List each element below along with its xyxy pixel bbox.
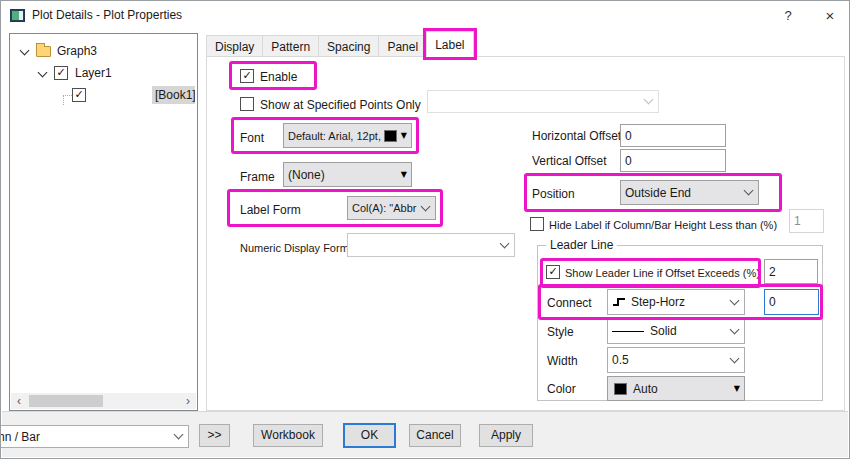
check-icon: ✓ [242, 70, 251, 81]
chevron-down-icon [730, 295, 740, 305]
leader-line-group: Leader Line ✓ Show Leader Line if Offset… [537, 245, 823, 401]
tab-display[interactable]: Display [206, 35, 263, 57]
dropdown-arrow-icon: ▼ [401, 131, 407, 140]
hide-label-checkbox[interactable] [530, 217, 544, 231]
color-value: Auto [633, 382, 730, 396]
style-value: Solid [650, 324, 727, 338]
show-leader-checkbox[interactable]: ✓ [546, 265, 560, 279]
chevron-down-icon [500, 238, 510, 248]
show-points-label: Show at Specified Points Only [260, 98, 421, 112]
close-icon[interactable]: × [819, 5, 841, 27]
tab-panel[interactable]: Panel [378, 35, 427, 57]
leader-offset-input[interactable] [764, 259, 818, 284]
style-dropdown[interactable]: Solid [607, 318, 745, 344]
help-button[interactable]: ? [777, 5, 799, 27]
dropdown-arrow-icon: ▼ [401, 170, 407, 179]
horizontal-offset-input[interactable] [620, 124, 726, 147]
position-label: Position [532, 187, 575, 201]
font-dropdown[interactable]: Default: Arial, 12pt, ▼ [283, 123, 412, 148]
frame-value: (None) [288, 168, 397, 182]
chevron-down-icon [744, 186, 754, 196]
show-leader-label: Show Leader Line if Offset Exceeds (%) [565, 267, 760, 279]
step-horz-icon [612, 296, 626, 308]
tab-spacing[interactable]: Spacing [318, 35, 379, 57]
connect-label: Connect [547, 296, 592, 310]
footer-bar: umn / Bar >> Workbook OK Cancel Apply [2, 411, 848, 457]
style-label: Style [547, 325, 574, 339]
label-form-dropdown[interactable]: Col(A): "Abbr [347, 196, 436, 220]
width-label: Width [547, 354, 578, 368]
tab-label[interactable]: Label [426, 31, 473, 57]
tree-connector [63, 95, 64, 105]
check-icon: ✓ [548, 266, 557, 277]
color-dropdown[interactable]: Auto ▼ [607, 376, 745, 401]
ok-button[interactable]: OK [343, 423, 396, 448]
label-form-label: Label Form [240, 203, 301, 217]
enable-label: Enable [260, 70, 297, 84]
frame-label: Frame [240, 170, 275, 184]
position-dropdown[interactable]: Outside End [620, 180, 759, 205]
font-color-swatch [384, 130, 397, 142]
hide-label-input [789, 209, 824, 233]
show-points-dropdown [427, 90, 659, 113]
tree-connector [63, 95, 72, 96]
label-form-value: Col(A): "Abbr [352, 202, 418, 214]
apply-button[interactable]: Apply [479, 424, 533, 447]
solid-line-icon [612, 331, 644, 332]
cancel-button[interactable]: Cancel [409, 424, 461, 447]
tree-item-layer1[interactable]: ✓ Layer1 [37, 64, 112, 82]
tree-item-label[interactable]: Layer1 [75, 66, 112, 80]
plot-details-dialog: Plot Details - Plot Properties ? × Graph… [0, 0, 850, 459]
connect-value: Step-Horz [631, 295, 727, 309]
vertical-offset-input[interactable] [620, 149, 726, 172]
width-value: 0.5 [612, 353, 727, 367]
color-swatch [614, 383, 627, 395]
horizontal-offset-label: Horizontal Offset [532, 129, 621, 143]
window-title: Plot Details - Plot Properties [32, 8, 182, 22]
scrollbar-thumb[interactable] [29, 395, 103, 407]
hide-label-label: Hide Label if Column/Bar Height Less tha… [549, 219, 777, 231]
numeric-format-label: Numeric Display Format [240, 242, 358, 254]
tree-item-plot[interactable]: ✓ [Book1]Sheet1! "Abater [72, 86, 196, 104]
plot-type-dropdown[interactable]: umn / Bar [0, 425, 189, 448]
tab-strip: Display Pattern Spacing Panel Label [206, 31, 474, 57]
scroll-right-icon[interactable]: › [180, 393, 196, 409]
layer1-checkbox[interactable]: ✓ [54, 66, 68, 80]
plot-type-value: umn / Bar [0, 430, 171, 444]
chevron-down-icon [421, 201, 431, 211]
collapse-chevron-icon[interactable] [20, 45, 30, 55]
title-bar: Plot Details - Plot Properties ? × [1, 1, 849, 31]
numeric-format-dropdown[interactable] [347, 233, 515, 257]
leader-line-title: Leader Line [546, 238, 617, 252]
show-points-checkbox[interactable] [240, 97, 254, 111]
tree-horizontal-scrollbar[interactable]: ‹ › [11, 393, 196, 409]
vertical-offset-label: Vertical Offset [532, 154, 606, 168]
connect-offset-input[interactable] [764, 289, 819, 315]
scroll-left-icon[interactable]: ‹ [11, 393, 27, 409]
collapse-chevron-icon[interactable] [38, 67, 48, 77]
folder-icon [36, 46, 51, 57]
tree-item-graph3[interactable]: Graph3 [19, 42, 97, 60]
width-dropdown[interactable]: 0.5 [607, 347, 745, 373]
dropdown-arrow-icon: ▼ [734, 384, 740, 393]
expand-button[interactable]: >> [199, 424, 230, 447]
tab-pattern[interactable]: Pattern [262, 35, 319, 57]
position-value: Outside End [625, 186, 741, 200]
label-tab-panel: ✓ Enable Show at Specified Points Only F… [206, 56, 845, 411]
chevron-down-icon [730, 324, 740, 334]
frame-dropdown[interactable]: (None) ▼ [283, 162, 412, 187]
app-icon [10, 9, 25, 22]
connect-dropdown[interactable]: Step-Horz [607, 289, 745, 315]
enable-checkbox[interactable]: ✓ [240, 69, 254, 83]
plot-checkbox[interactable]: ✓ [72, 88, 86, 102]
font-value: Default: Arial, 12pt, [288, 130, 382, 142]
check-icon: ✓ [74, 89, 83, 100]
chevron-down-icon [644, 95, 654, 105]
selected-tree-label[interactable]: [Book1]Sheet1! "Abater [152, 86, 195, 104]
color-label: Color [547, 382, 576, 396]
chevron-down-icon [174, 430, 184, 440]
plot-tree-panel: Graph3 ✓ Layer1 ✓ [Book1]Sheet1! "Abater… [9, 33, 198, 411]
chevron-down-icon [730, 353, 740, 363]
workbook-button[interactable]: Workbook [253, 424, 323, 447]
tree-item-label[interactable]: Graph3 [57, 44, 97, 58]
